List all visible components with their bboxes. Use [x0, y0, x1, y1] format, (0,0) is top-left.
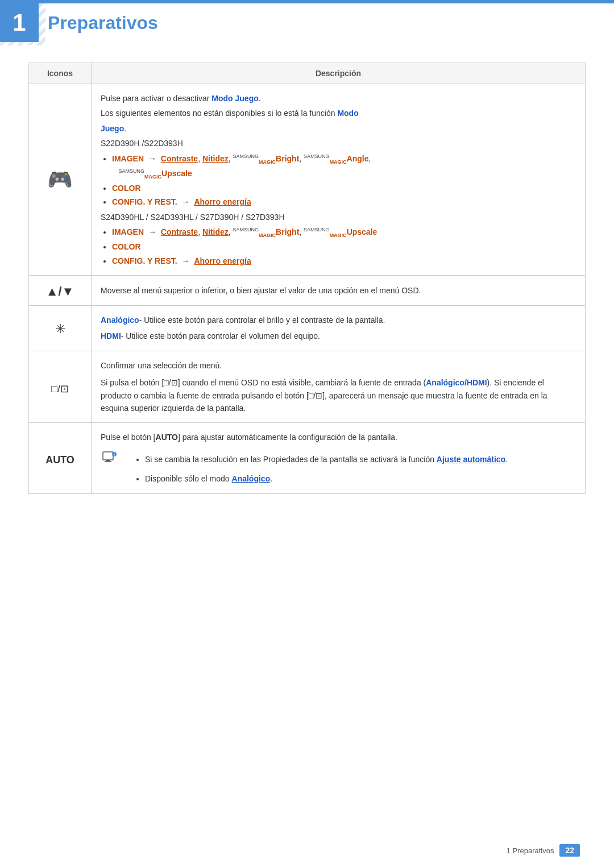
upscale-label: SAMSUNGMAGICUpscale — [119, 169, 192, 178]
table-row: AUTO Pulse el botón [AUTO] para ajustar … — [29, 423, 586, 493]
monitor-input-icon: □/⊡ — [51, 383, 69, 394]
list-item-config2: CONFIG. Y REST. → Ahorro energía — [112, 255, 576, 267]
hdmi-label: HDMI — [101, 331, 121, 340]
analog-label: Analógico — [101, 315, 139, 325]
arrow-symbol2: → — [182, 196, 190, 208]
note-item-2: Disponible sólo el modo Analógico. — [145, 472, 576, 485]
list-item: SAMSUNGMAGICUpscale — [110, 167, 576, 181]
modo-juego-bold2: Modo — [337, 109, 358, 118]
desc-text-hdmi: HDMI- Utilice este botón para controlar … — [101, 330, 576, 342]
contraste-label: Contraste — [161, 154, 198, 163]
desc-text-arrows: Moverse al menú superior o inferior, o b… — [101, 284, 576, 297]
desc-text: Los siguientes elementos no están dispon… — [101, 107, 576, 119]
arrow-symbol: → — [148, 152, 156, 165]
footer: 1 Preparativos 22 — [507, 844, 580, 857]
desc-auto-text: Pulse el botón [AUTO] para ajustar autom… — [101, 431, 576, 443]
note-row-1: ! Si se cambia la resolución en las Prop… — [101, 450, 576, 469]
nitidez-label: Nitidez — [202, 154, 229, 163]
color-label-2: COLOR — [112, 242, 141, 251]
list-item-color1: COLOR — [112, 182, 576, 194]
config-label-1: CONFIG. Y REST. — [112, 197, 177, 206]
note-icon-img: ! — [101, 450, 119, 466]
desc-text: Pulse para activar o desactivar Modo Jue… — [101, 92, 576, 105]
nitidez-label2: Nitidez — [202, 227, 229, 236]
chapter-number: 1 — [13, 11, 26, 35]
chapter-number-block: 1 — [0, 3, 39, 42]
svg-rect-0 — [103, 452, 113, 460]
col-header-icons: Iconos — [29, 63, 92, 84]
table-row: 🎮 Pulse para activar o desactivar Modo J… — [29, 84, 586, 276]
main-content: Iconos Descripción 🎮 Pulse para activar … — [28, 63, 586, 494]
col-header-desc: Descripción — [92, 63, 586, 84]
note-item-1: Si se cambia la resolución en las Propie… — [145, 453, 576, 466]
info-table: Iconos Descripción 🎮 Pulse para activar … — [28, 63, 586, 494]
list-item: IMAGEN → Contraste, Nitidez, SAMSUNGMAGI… — [112, 226, 576, 239]
bright-label2: SAMSUNGMAGICBright — [233, 227, 300, 236]
footer-chapter-text: 1 Preparativos — [507, 846, 554, 855]
list-item-color2: COLOR — [112, 240, 576, 253]
list-item-config1: CONFIG. Y REST. → Ahorro energía — [112, 196, 576, 208]
table-row: ✳︎ Analógico- Utilice este botón para co… — [29, 306, 586, 351]
note-row-2: Disponible sólo el modo Analógico. — [125, 472, 576, 485]
monitor-note-icon: ! — [102, 451, 118, 464]
arrow-symbol4: → — [182, 255, 190, 267]
svg-text:!: ! — [114, 452, 115, 456]
chapter-title: Preparativos — [48, 13, 158, 34]
model-label-1: S22D390H /S22D393H — [101, 137, 576, 149]
feature-list-2: IMAGEN → Contraste, Nitidez, SAMSUNGMAGI… — [112, 226, 576, 267]
upscale-label2: SAMSUNGMAGICUpscale — [304, 227, 377, 236]
icon-cell-sun: ✳︎ — [29, 306, 92, 351]
modo-juego-bold: Modo Juego — [211, 94, 258, 103]
desc-cell-gamepad: Pulse para activar o desactivar Modo Jue… — [92, 84, 586, 276]
svg-rect-2 — [105, 461, 111, 462]
sun-icon: ✳︎ — [55, 322, 65, 336]
arrow-symbol3: → — [148, 226, 156, 238]
analogico-label: Analógico — [232, 474, 271, 483]
ahorro-label-2: Ahorro energía — [194, 256, 251, 265]
feature-list-1: IMAGEN → Contraste, Nitidez, SAMSUNGMAGI… — [112, 152, 576, 209]
svg-rect-1 — [106, 460, 110, 461]
color-label-1: COLOR — [112, 184, 141, 193]
table-row: ▲/▼ Moverse al menú superior o inferior,… — [29, 276, 586, 306]
angle-label: SAMSUNGMAGICAngle — [304, 154, 368, 163]
desc-cell-sun: Analógico- Utilice este botón para contr… — [92, 306, 586, 351]
auto-notes: ! Si se cambia la resolución en las Prop… — [101, 450, 576, 485]
contraste-label2: Contraste — [161, 227, 198, 236]
table-row: □/⊡ Confirmar una selección de menú. Si … — [29, 351, 586, 423]
updown-arrow-icon: ▲/▼ — [46, 284, 74, 298]
desc-text-analog: Analógico- Utilice este botón para contr… — [101, 314, 576, 326]
ahorro-label-1: Ahorro energía — [194, 197, 251, 206]
model-label-2: S24D390HL / S24D393HL / S27D390H / S27D3… — [101, 211, 576, 223]
note-list-2: Disponible sólo el modo Analógico. — [136, 472, 576, 485]
desc-cell-monitor: Confirmar una selección de menú. Si puls… — [92, 351, 586, 423]
icon-cell-monitor: □/⊡ — [29, 351, 92, 423]
juego-label: Juego — [101, 124, 124, 133]
desc-text: Juego. — [101, 122, 576, 135]
icon-cell-auto: AUTO — [29, 423, 92, 493]
imagen-label: IMAGEN — [112, 154, 144, 163]
note-list: Si se cambia la resolución en las Propie… — [136, 452, 576, 467]
page-number-box: 22 — [559, 844, 580, 857]
gamepad-icon: 🎮 — [47, 168, 73, 191]
desc-cell-auto: Pulse el botón [AUTO] para ajustar autom… — [92, 423, 586, 493]
auto-label: AUTO — [45, 454, 74, 466]
desc-confirm: Confirmar una selección de menú. — [101, 359, 576, 372]
icon-cell-arrows: ▲/▼ — [29, 276, 92, 306]
top-accent-bar — [0, 0, 614, 3]
auto-bracket-label: AUTO — [156, 433, 178, 442]
config-label-2: CONFIG. Y REST. — [112, 256, 177, 265]
desc-input-switch: Si pulsa el botón [□/⊡] cuando el menú O… — [101, 376, 576, 414]
analog-hdmi-label: Analógico/HDMI — [426, 378, 487, 387]
icon-cell-gamepad: 🎮 — [29, 84, 92, 276]
bright-label: SAMSUNGMAGICBright — [233, 154, 300, 163]
imagen-label2: IMAGEN — [112, 227, 144, 236]
list-item: IMAGEN → Contraste, Nitidez, SAMSUNGMAGI… — [112, 152, 576, 166]
desc-cell-arrows: Moverse al menú superior o inferior, o b… — [92, 276, 586, 306]
ajuste-auto-label: Ajuste automático — [437, 455, 505, 464]
